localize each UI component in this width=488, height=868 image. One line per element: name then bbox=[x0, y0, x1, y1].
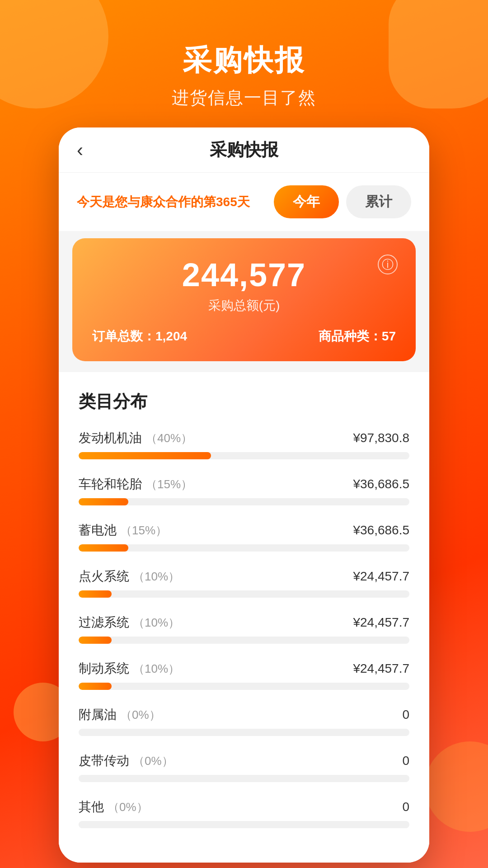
summary-stats: 订单总数：1,204 商品种类：57 bbox=[92, 328, 396, 345]
page-header: 采购快报 进货信息一目了然 bbox=[0, 0, 488, 127]
category-name: 过滤系统（10%） bbox=[79, 614, 180, 631]
product-types-stat: 商品种类：57 bbox=[319, 328, 396, 345]
bar-track bbox=[79, 590, 409, 598]
bar-fill bbox=[79, 590, 112, 598]
category-section: 类目分布 发动机机油（40%）¥97,830.8车轮和轮胎（15%）¥36,68… bbox=[59, 372, 429, 863]
category-name: 其他（0%） bbox=[79, 798, 148, 816]
category-amount: 0 bbox=[402, 708, 409, 722]
bar-track bbox=[79, 683, 409, 690]
bar-fill bbox=[79, 544, 128, 552]
category-row-top: 其他（0%）0 bbox=[79, 798, 409, 816]
category-amount: ¥36,686.5 bbox=[353, 477, 409, 491]
category-name: 发动机机油（40%） bbox=[79, 429, 192, 447]
category-row-top: 点火系统（10%）¥24,457.7 bbox=[79, 568, 409, 585]
category-row-top: 皮带传动（0%）0 bbox=[79, 752, 409, 769]
summary-main: 244,577 采购总额(元) bbox=[92, 256, 396, 314]
category-row-top: 发动机机油（40%）¥97,830.8 bbox=[79, 429, 409, 447]
category-row: 过滤系统（10%）¥24,457.7 bbox=[79, 614, 409, 644]
category-list: 发动机机油（40%）¥97,830.8车轮和轮胎（15%）¥36,686.5蓄电… bbox=[79, 429, 409, 828]
tab-total-button[interactable]: 累计 bbox=[346, 185, 411, 218]
category-amount: ¥24,457.7 bbox=[353, 661, 409, 676]
category-row: 点火系统（10%）¥24,457.7 bbox=[79, 568, 409, 598]
total-amount: 244,577 bbox=[92, 256, 396, 293]
category-amount: ¥24,457.7 bbox=[353, 615, 409, 630]
category-name: 点火系统（10%） bbox=[79, 568, 180, 585]
category-row: 发动机机油（40%）¥97,830.8 bbox=[79, 429, 409, 459]
bar-track bbox=[79, 637, 409, 644]
category-name: 蓄电池（15%） bbox=[79, 522, 167, 539]
bar-fill bbox=[79, 452, 211, 459]
category-row: 车轮和轮胎（15%）¥36,686.5 bbox=[79, 476, 409, 505]
bar-fill bbox=[79, 498, 128, 505]
nav-bar: ‹ 采购快报 bbox=[59, 127, 429, 173]
bar-track bbox=[79, 498, 409, 505]
category-amount: 0 bbox=[402, 754, 409, 768]
category-row: 蓄电池（15%）¥36,686.5 bbox=[79, 522, 409, 552]
bar-track bbox=[79, 452, 409, 459]
category-row: 制动系统（10%）¥24,457.7 bbox=[79, 660, 409, 690]
page-title: 采购快报 bbox=[0, 41, 488, 80]
category-row-top: 蓄电池（15%）¥36,686.5 bbox=[79, 522, 409, 539]
category-amount: ¥24,457.7 bbox=[353, 569, 409, 584]
bar-track bbox=[79, 775, 409, 782]
section-title: 类目分布 bbox=[79, 390, 409, 413]
bar-track bbox=[79, 544, 409, 552]
category-row: 其他（0%）0 bbox=[79, 798, 409, 828]
phone-card: ‹ 采购快报 今天是您与康众合作的第365天 今年 累计 ⓘ 244,577 采… bbox=[59, 127, 429, 863]
category-name: 制动系统（10%） bbox=[79, 660, 180, 677]
category-row-top: 车轮和轮胎（15%）¥36,686.5 bbox=[79, 476, 409, 493]
back-button[interactable]: ‹ bbox=[77, 139, 83, 161]
page-subtitle: 进货信息一目了然 bbox=[0, 86, 488, 109]
bar-fill bbox=[79, 683, 112, 690]
summary-card: ⓘ 244,577 采购总额(元) 订单总数：1,204 商品种类：57 bbox=[72, 238, 416, 361]
category-amount: ¥97,830.8 bbox=[353, 431, 409, 445]
cooperation-info: 今天是您与康众合作的第365天 bbox=[77, 193, 250, 211]
category-row-top: 附属油（0%）0 bbox=[79, 706, 409, 723]
bar-fill bbox=[79, 637, 112, 644]
tab-year-button[interactable]: 今年 bbox=[274, 185, 339, 218]
amount-label: 采购总额(元) bbox=[92, 297, 396, 314]
bar-track bbox=[79, 821, 409, 828]
blob-bottom-right bbox=[425, 741, 488, 832]
category-name: 车轮和轮胎（15%） bbox=[79, 476, 192, 493]
info-icon-button[interactable]: ⓘ bbox=[378, 255, 398, 274]
category-amount: ¥36,686.5 bbox=[353, 523, 409, 538]
category-amount: 0 bbox=[402, 800, 409, 814]
order-count-stat: 订单总数：1,204 bbox=[92, 328, 187, 345]
category-name: 皮带传动（0%） bbox=[79, 752, 174, 769]
category-name: 附属油（0%） bbox=[79, 706, 161, 723]
category-row: 附属油（0%）0 bbox=[79, 706, 409, 736]
app-inner: ‹ 采购快报 今天是您与康众合作的第365天 今年 累计 ⓘ 244,577 采… bbox=[59, 127, 429, 863]
info-bar: 今天是您与康众合作的第365天 今年 累计 bbox=[59, 173, 429, 231]
tab-group: 今年 累计 bbox=[274, 185, 411, 218]
bar-track bbox=[79, 729, 409, 736]
nav-title: 采购快报 bbox=[210, 138, 278, 161]
category-row-top: 过滤系统（10%）¥24,457.7 bbox=[79, 614, 409, 631]
category-row-top: 制动系统（10%）¥24,457.7 bbox=[79, 660, 409, 677]
category-row: 皮带传动（0%）0 bbox=[79, 752, 409, 782]
